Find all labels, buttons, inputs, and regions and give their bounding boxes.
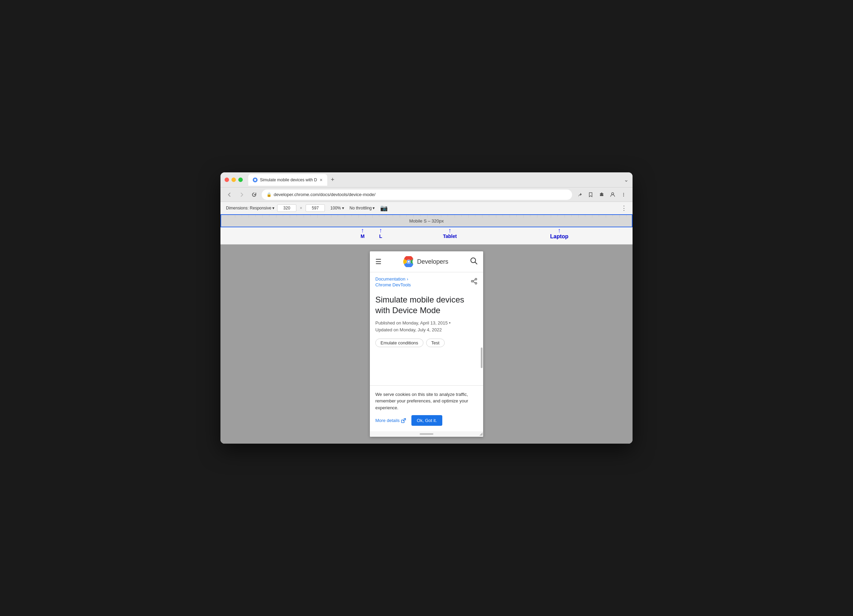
back-button[interactable] [225, 190, 234, 199]
svg-point-2 [612, 193, 614, 195]
maximize-button[interactable] [238, 178, 243, 182]
external-link-icon [401, 418, 406, 423]
tablet-arrow-icon: ↑ [448, 227, 452, 234]
throttle-label: No throttling [349, 206, 372, 211]
lock-icon: 🔒 [267, 192, 272, 197]
svg-point-3 [623, 193, 624, 193]
forward-icon [239, 192, 244, 197]
share-icon[interactable] [471, 278, 478, 286]
svg-point-1 [254, 179, 256, 181]
zoom-dropdown[interactable]: 100% ▾ [330, 206, 344, 211]
breadcrumb: Documentation › Chrome DevTools [370, 272, 483, 290]
ruler-marks [221, 215, 632, 227]
tag-emulate[interactable]: Emulate conditions [375, 338, 423, 347]
width-input[interactable] [277, 204, 296, 212]
zoom-value: 100% [330, 206, 341, 211]
svg-point-17 [475, 282, 477, 284]
cookie-banner: We serve cookies on this site to analyze… [370, 385, 483, 432]
tab-close-button[interactable]: × [319, 177, 323, 183]
zoom-arrow: ▾ [342, 206, 344, 211]
cookie-actions: More details Ok, Got it. [375, 415, 478, 426]
tab-bar: Simulate mobile devices with D × + ⌄ [248, 174, 628, 186]
svg-rect-8 [221, 215, 632, 227]
active-tab[interactable]: Simulate mobile devices with D × [248, 174, 327, 186]
bookmark-icon [588, 192, 593, 197]
throttle-dropdown[interactable]: No throttling ▾ [349, 206, 375, 211]
resize-handle-indicator [420, 433, 433, 435]
svg-point-16 [472, 280, 473, 282]
scrollbar[interactable] [481, 347, 483, 368]
breadcrumb-links: Documentation › Chrome DevTools [375, 276, 411, 287]
responsive-bar: Mobile S – 320px [220, 215, 633, 227]
more-details-link[interactable]: More details [375, 418, 406, 423]
url-bar[interactable]: 🔒 developer.chrome.com/docs/devtools/dev… [262, 190, 572, 200]
article-tags: Emulate conditions Test [375, 338, 478, 347]
tag-test[interactable]: Test [426, 338, 445, 347]
title-bar: Simulate mobile devices with D × + ⌄ [220, 172, 633, 188]
devtools-toolbar: Dimensions: Responsive ▾ × 100% ▾ No thr… [220, 202, 633, 215]
close-button[interactable] [225, 178, 229, 182]
resize-corner[interactable]: ◢ [480, 431, 483, 436]
browser-window: Simulate mobile devices with D × + ⌄ 🔒 d… [220, 172, 633, 444]
svg-point-12 [408, 261, 410, 262]
address-bar: 🔒 developer.chrome.com/docs/devtools/dev… [220, 188, 633, 202]
bookmark-icon-btn[interactable] [586, 190, 595, 199]
tab-title: Simulate mobile devices with D [260, 178, 317, 182]
article-title: Simulate mobile devices with Device Mode [375, 294, 478, 316]
ruler-svg [221, 215, 632, 227]
extension-icon [599, 192, 604, 197]
chrome-logo-icon [403, 256, 414, 267]
dimensions-label: Dimensions: Responsive [226, 206, 271, 211]
breakpoint-l[interactable]: ↑ L [379, 227, 382, 239]
new-tab-button[interactable]: + [328, 175, 337, 185]
logo-text: Developers [417, 258, 448, 266]
svg-point-4 [623, 194, 624, 195]
laptop-arrow-icon: ↑ [558, 227, 561, 234]
cookie-text: We serve cookies on this site to analyze… [375, 391, 478, 411]
chrome-favicon [252, 177, 258, 183]
throttle-arrow: ▾ [373, 206, 375, 211]
share-icon [577, 192, 583, 197]
height-input[interactable] [306, 204, 325, 212]
article-content: Simulate mobile devices with Device Mode… [370, 290, 483, 385]
ok-got-it-button[interactable]: Ok, Got it. [411, 415, 443, 426]
refresh-icon [251, 192, 257, 197]
resize-handle-bottom[interactable] [370, 431, 483, 437]
article-meta: Published on Monday, April 13, 2015 • Up… [375, 320, 478, 333]
documentation-link[interactable]: Documentation › [375, 276, 411, 282]
forward-button[interactable] [237, 190, 247, 199]
dimensions-arrow: ▾ [272, 206, 275, 211]
menu-icon-btn[interactable] [619, 190, 628, 199]
minimize-button[interactable] [231, 178, 236, 182]
extension-icon-btn[interactable] [597, 190, 606, 199]
tablet-label: Tablet [443, 234, 457, 239]
m-label: M [361, 234, 365, 239]
l-arrow-icon: ↑ [379, 227, 382, 234]
search-icon[interactable] [470, 257, 478, 267]
devtools-link[interactable]: Chrome DevTools [375, 282, 411, 287]
profile-icon-btn[interactable] [608, 190, 618, 199]
mobile-logo: Developers [403, 256, 448, 267]
breakpoint-tablet[interactable]: ↑ Tablet [443, 227, 457, 239]
cross-separator: × [300, 206, 302, 211]
hamburger-icon[interactable]: ☰ [375, 258, 381, 266]
refresh-button[interactable] [249, 190, 259, 199]
mobile-header: ☰ [370, 251, 483, 272]
menu-dots-icon [621, 192, 626, 197]
more-options-button[interactable]: ⋮ [621, 204, 627, 212]
breakpoint-m[interactable]: ↑ M [361, 227, 365, 239]
laptop-label: Laptop [550, 234, 568, 240]
content-area: ☰ [220, 244, 633, 444]
dimensions-dropdown[interactable]: Dimensions: Responsive ▾ [226, 206, 275, 211]
traffic-lights [225, 178, 243, 182]
svg-point-15 [475, 278, 477, 280]
breadcrumb-chevron: › [407, 276, 408, 282]
tab-menu-button[interactable]: ⌄ [624, 176, 628, 183]
url-text: developer.chrome.com/docs/devtools/devic… [274, 192, 375, 197]
svg-line-18 [473, 282, 475, 283]
l-label: L [379, 234, 382, 239]
profile-icon [610, 192, 615, 197]
share-icon-btn[interactable] [575, 190, 584, 199]
breakpoint-laptop[interactable]: ↑ Laptop [550, 227, 568, 240]
camera-icon[interactable]: 📷 [380, 204, 388, 212]
